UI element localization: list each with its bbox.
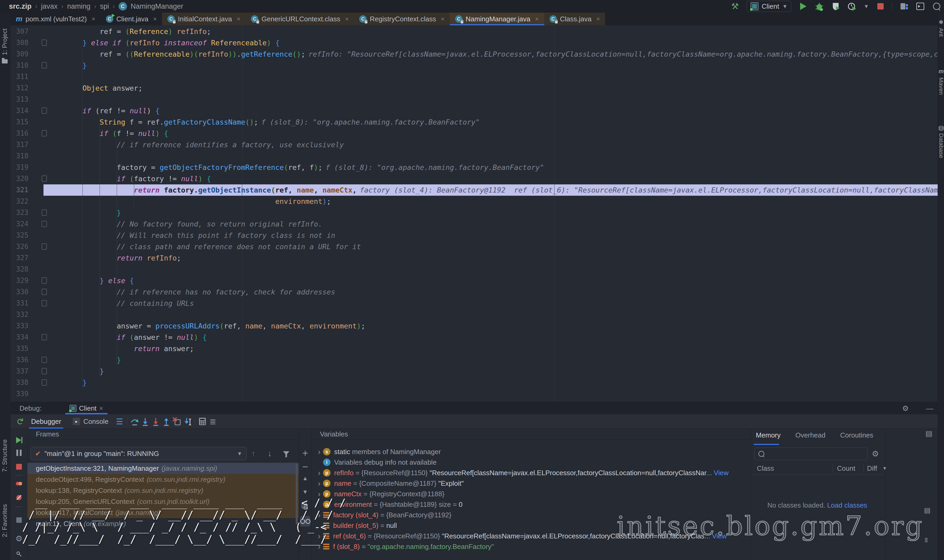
code-line[interactable]: 310 } [11,60,938,71]
force-step-into-icon[interactable] [151,416,161,427]
layered-panel-icon[interactable]: ▤ [924,506,930,514]
editor-tab[interactable]: CClass.java× [544,13,605,25]
fold-marker-icon[interactable] [42,175,47,182]
code-line[interactable]: 330 // if reference has no factory, chec… [11,286,938,298]
move-up-icon[interactable]: ▲ [299,475,311,482]
fold-marker-icon[interactable] [42,221,47,227]
code-line[interactable]: 326 // class path and reference does not… [11,241,938,252]
code-editor[interactable]: 307 ref = (Reference) refInfo;308 } else… [11,25,938,402]
frame-down-icon[interactable]: ↓ [268,449,272,458]
fold-marker-icon[interactable] [42,209,47,216]
thread-selector[interactable]: ✔ "main"@1 in group "main": RUNNING ▼ [31,447,247,460]
variable-row[interactable]: ›sstatic members of NamingManager [311,446,751,457]
rerun-icon[interactable]: ↻ [15,416,25,427]
close-icon[interactable]: × [237,15,240,23]
breadcrumb[interactable]: src.zip›javax›naming›spi›CNamingManager [9,0,183,13]
code-line[interactable]: 315 String f = ref.getFactoryClassName()… [11,117,938,128]
fold-marker-icon[interactable] [42,130,47,137]
memory-search-input[interactable] [768,450,864,458]
sidebar-item-ant[interactable]: ✽ Ant [938,19,944,37]
close-icon[interactable]: × [345,15,349,23]
code-line[interactable]: 334 if (answer != null) { [11,332,938,343]
code-line[interactable]: 332 [11,309,938,320]
code-line[interactable]: 318 [11,151,938,162]
fold-marker-icon[interactable] [42,40,47,46]
load-classes-link[interactable]: Load classes [827,501,867,509]
variable-row[interactable]: penvironment = {Hashtable@1189} size = 0 [311,499,751,510]
memory-gear-icon[interactable]: ⚙ [872,449,879,458]
code-line[interactable]: 324 // No factory found, so return origi… [11,218,938,230]
memory-search[interactable] [754,448,868,460]
drop-frame-icon[interactable] [172,416,182,427]
code-line[interactable]: 308 } else if (refInfo instanceof Refere… [11,37,938,48]
code-line[interactable]: 313 [11,94,938,105]
step-over-icon[interactable] [140,416,151,427]
build-hammer-icon[interactable]: ⚒ [730,2,740,11]
column-class[interactable]: Class [757,462,774,474]
code-line[interactable]: 339 [11,388,938,400]
code-line[interactable]: 320 if (factory != null) { [11,173,938,185]
breadcrumb-item[interactable]: src.zip [9,2,32,11]
fold-marker-icon[interactable] [42,357,47,363]
variable-row[interactable]: ›pnameCtx = {RegistryContext@1188} [311,489,751,499]
memory-tab-memory[interactable]: Memory [756,431,781,439]
sidebar-item-project[interactable]: 1: Project [1,28,8,63]
debug-session-tab[interactable]: Client × [65,402,108,414]
expand-chevron-icon[interactable]: › [315,479,323,488]
add-watch-icon[interactable]: + [299,448,311,459]
editor-tab[interactable]: CInitialContext.java× [162,13,246,25]
breadcrumb-item[interactable]: NamingManager [131,2,183,11]
editor-tab[interactable]: CNamingManager.java× [450,13,544,25]
editor-tab[interactable]: CGenericURLContext.class× [246,13,354,25]
code-line[interactable]: 316 if (f != null) { [11,128,938,139]
breadcrumb-item[interactable]: spi [100,2,109,11]
run-config-selector[interactable]: Client ▼ [747,1,792,12]
fold-marker-icon[interactable] [42,368,47,374]
code-line[interactable]: 336 } [11,354,938,366]
close-icon[interactable]: × [92,15,95,23]
code-line[interactable]: 321 return factory.getObjectInstance(ref… [11,185,938,196]
pin-icon[interactable] [11,551,28,557]
code-line[interactable]: 327 return refInfo; [11,252,938,264]
code-line[interactable]: 322 environment); [11,196,938,207]
code-line[interactable]: 312 Object answer; [11,82,938,94]
code-line[interactable]: 329 } else { [11,275,938,286]
pause-icon[interactable] [11,450,28,456]
code-line[interactable]: 333 answer = processURLAddrs(ref, name, … [11,320,938,332]
fold-marker-icon[interactable] [42,379,47,386]
fold-marker-icon[interactable] [42,334,47,340]
show-execution-point-icon[interactable] [129,416,140,427]
breadcrumb-item[interactable]: javax [41,2,58,11]
layout-icon[interactable]: ☰ [114,416,125,427]
code-line[interactable]: 309 ref = ((Referenceable)(refInfo)).get… [11,48,938,60]
filter-icon[interactable] [282,451,290,458]
code-line[interactable]: 319 factory = getObjectFactoryFromRefere… [11,162,938,173]
sidebar-item-database[interactable]: Database [938,126,944,158]
fold-marker-icon[interactable] [42,277,47,284]
fold-marker-icon[interactable] [42,108,47,114]
code-line[interactable]: 328 [11,264,938,275]
profiler-button[interactable] [847,2,857,11]
code-line[interactable]: 311 [11,71,938,82]
memory-tab-coroutines[interactable]: Coroutines [840,431,873,439]
debug-button[interactable] [815,2,824,11]
step-out-icon[interactable] [161,416,172,427]
code-line[interactable]: 335 return answer; [11,343,938,354]
fold-marker-icon[interactable] [42,62,47,68]
tab-debugger[interactable]: Debugger [25,414,67,429]
frame-row[interactable]: decodeObject:499, RegistryContext(com.su… [28,474,299,485]
profiler-chevron-icon[interactable]: ▼ [864,3,869,9]
close-icon[interactable]: × [596,15,600,23]
frame-row[interactable]: lookup:138, RegistryContext(com.sun.jndi… [28,485,299,496]
close-icon[interactable]: × [153,15,157,23]
code-line[interactable]: 323 } [11,207,938,218]
column-diff[interactable]: Diff [867,462,877,474]
close-icon[interactable]: × [99,404,103,412]
run-to-cursor-icon[interactable] [182,416,192,427]
fold-marker-icon[interactable] [42,289,47,295]
view-link[interactable]: View [714,469,729,477]
sidebar-item-favorites[interactable]: 2: Favorites [1,504,8,538]
settings-lines-icon[interactable]: ≣ [208,416,218,427]
sidebar-item-structure[interactable]: 7: Structure [1,439,8,473]
gear-icon[interactable]: ⚙ [902,404,909,413]
